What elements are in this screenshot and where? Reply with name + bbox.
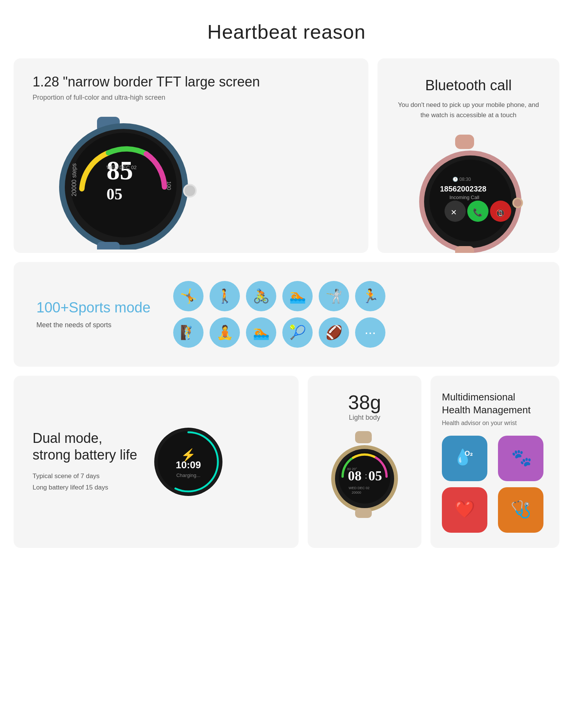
svg-rect-11 bbox=[97, 242, 120, 249]
sports-card: 100+Sports mode Meet the needs of sports… bbox=[14, 262, 559, 367]
svg-rect-27 bbox=[455, 246, 474, 253]
page-title: Heartbeat reason bbox=[0, 0, 573, 58]
health-icons: 💧 O₂ 🐾 ❤️ 🩺 bbox=[442, 436, 548, 533]
charging-circle: ⚡ 10:09 Charging... bbox=[152, 426, 224, 498]
svg-text:🐾: 🐾 bbox=[511, 448, 532, 468]
sport-icon-tennis: 🎾 bbox=[282, 317, 313, 348]
svg-text:WED DEC 02: WED DEC 02 bbox=[349, 486, 369, 490]
svg-rect-34 bbox=[355, 431, 372, 443]
sport-icon-walk: 🚶 bbox=[210, 281, 240, 311]
screen-sub: Proportion of full-color and ultra-high … bbox=[33, 94, 165, 102]
svg-point-10 bbox=[185, 185, 195, 196]
svg-text:O₂: O₂ bbox=[465, 450, 473, 457]
battery-line1: Typical scene of 7 days bbox=[33, 471, 137, 482]
blue-watch-image: 85 20000 steps 100 WED DEC 02 05 bbox=[33, 113, 214, 249]
sport-icon-swim: 🏊 bbox=[282, 281, 313, 311]
svg-text:05: 05 bbox=[368, 468, 382, 483]
battery-heading: Dual mode,strong battery life bbox=[33, 430, 137, 463]
health-heading: MultidimensionalHealth Management bbox=[442, 391, 548, 417]
battery-card: Dual mode,strong battery life Typical sc… bbox=[14, 376, 299, 548]
sport-icon-fencing: 🤺 bbox=[319, 281, 349, 311]
sport-icon-yoga: 🧘 bbox=[210, 317, 240, 348]
gold-watch-image: 80 20° 08 05 : WED DEC 02 20000 bbox=[327, 429, 402, 513]
svg-text:✕: ✕ bbox=[451, 208, 457, 217]
svg-text:Incoming Call: Incoming Call bbox=[449, 195, 479, 200]
svg-text:🩺: 🩺 bbox=[510, 499, 531, 519]
sports-row: 100+Sports mode Meet the needs of sports… bbox=[14, 262, 559, 367]
svg-text:10:09: 10:09 bbox=[176, 459, 201, 471]
health-icon-ai: 🐾 bbox=[498, 436, 543, 481]
svg-text:Charging...: Charging... bbox=[176, 472, 200, 478]
svg-text:WED DEC 02: WED DEC 02 bbox=[106, 165, 136, 170]
svg-text:20000: 20000 bbox=[352, 491, 361, 494]
bluetooth-body: You don't need to pick up your mobile ph… bbox=[393, 100, 544, 120]
svg-text:85: 85 bbox=[106, 156, 133, 185]
svg-text:🕐 08:30: 🕐 08:30 bbox=[452, 176, 471, 182]
sport-icon-football: 🏈 bbox=[319, 317, 349, 348]
sport-icon-more: ··· bbox=[355, 317, 385, 348]
svg-text:📞: 📞 bbox=[473, 208, 482, 217]
svg-text::: : bbox=[365, 472, 367, 480]
sport-icon-hike: 🧗 bbox=[173, 317, 204, 348]
health-sub: Health advisor on your wrist bbox=[442, 420, 548, 427]
svg-text:05: 05 bbox=[106, 185, 122, 203]
svg-text:📵: 📵 bbox=[496, 209, 505, 218]
health-icon-heart: ❤️ bbox=[442, 487, 487, 533]
bluetooth-heading: Bluetooth call bbox=[425, 77, 512, 94]
svg-text:08: 08 bbox=[348, 468, 362, 483]
battery-line2: Long battery lifeof 15 days bbox=[33, 482, 137, 494]
health-card: MultidimensionalHealth Management Health… bbox=[431, 376, 559, 548]
health-icon-o2: 💧 O₂ bbox=[442, 436, 487, 481]
svg-text:100: 100 bbox=[166, 181, 172, 190]
sport-icon-run: 🏃 bbox=[355, 281, 385, 311]
screen-heading: 1.28 "narrow border TFT large screen bbox=[33, 74, 260, 90]
svg-text:20000 steps: 20000 steps bbox=[71, 163, 77, 196]
sport-icon-cycle: 🚴 bbox=[246, 281, 276, 311]
sports-heading: 100+Sports mode bbox=[36, 300, 150, 316]
sport-icon-swim2: 🏊 bbox=[246, 317, 276, 348]
top-row: 1.28 "narrow border TFT large screen Pro… bbox=[0, 58, 573, 262]
weight-label: Light body bbox=[349, 414, 380, 422]
sports-text: 100+Sports mode Meet the needs of sports bbox=[36, 300, 150, 329]
svg-rect-44 bbox=[355, 508, 372, 518]
weight-value: 38g bbox=[348, 391, 381, 414]
svg-rect-12 bbox=[455, 135, 474, 149]
svg-point-37 bbox=[339, 452, 390, 504]
svg-text:18562002328: 18562002328 bbox=[440, 185, 486, 193]
sport-icon-gymnastics: 🤸 bbox=[173, 281, 204, 311]
sports-body: Meet the needs of sports bbox=[36, 321, 150, 329]
svg-text:❤️: ❤️ bbox=[454, 499, 475, 519]
pink-watch-image: 🕐 08:30 18562002328 Incoming Call ✕ 📞 📵 bbox=[412, 132, 525, 253]
bluetooth-card: Bluetooth call You don't need to pick up… bbox=[377, 58, 559, 253]
svg-point-15 bbox=[429, 160, 511, 242]
sports-icons: 🤸 🚶 🚴 🏊 🤺 🏃 🧗 🧘 🏊 🎾 🏈 ··· bbox=[173, 281, 537, 348]
bottom-row: Dual mode,strong battery life Typical sc… bbox=[0, 376, 573, 562]
battery-text: Dual mode,strong battery life Typical sc… bbox=[33, 430, 137, 494]
health-icon-bp: 🩺 bbox=[498, 487, 543, 533]
screen-card: 1.28 "narrow border TFT large screen Pro… bbox=[14, 58, 368, 253]
weight-card: 38g Light body 80 20° 08 05 : WED DEC 02… bbox=[308, 376, 421, 548]
svg-point-26 bbox=[514, 199, 521, 207]
